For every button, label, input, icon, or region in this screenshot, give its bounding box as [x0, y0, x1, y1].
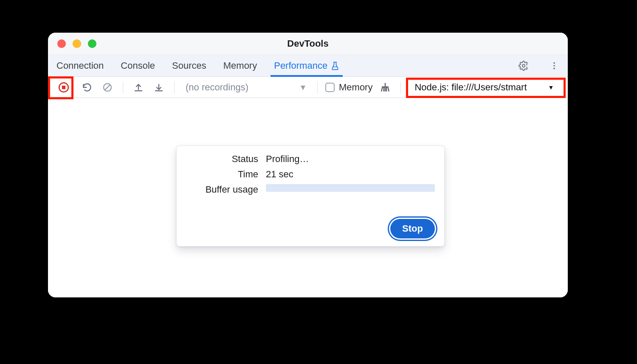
separator — [400, 81, 401, 93]
record-stop-icon — [58, 82, 69, 93]
settings-button[interactable] — [514, 55, 533, 76]
tab-label: Memory — [223, 60, 257, 71]
window-controls — [57, 33, 96, 55]
separator — [123, 81, 123, 93]
window-title: DevTools — [48, 38, 568, 49]
tab-memory[interactable]: Memory — [221, 55, 259, 76]
buffer-usage-bar — [266, 184, 435, 195]
svg-line-7 — [105, 84, 110, 90]
kebab-menu-button[interactable] — [545, 55, 564, 76]
tab-label: Performance — [274, 60, 327, 71]
titlebar: DevTools — [48, 33, 568, 55]
separator — [174, 81, 175, 93]
record-button[interactable] — [53, 77, 74, 98]
upload-icon — [133, 82, 144, 92]
clear-button[interactable] — [100, 80, 115, 95]
caret-down-icon: ▼ — [548, 84, 554, 91]
recordings-dropdown[interactable]: (no recordings) ▾ — [182, 82, 310, 93]
time-label: Time — [186, 169, 258, 180]
devtools-window: DevTools Connection Console Sources Memo… — [48, 33, 568, 297]
svg-point-0 — [522, 64, 525, 67]
svg-point-3 — [553, 68, 555, 70]
buffer-label: Buffer usage — [186, 184, 258, 195]
more-vertical-icon — [550, 61, 559, 70]
zoom-window-button[interactable] — [88, 39, 96, 48]
collect-garbage-button[interactable] — [378, 80, 393, 95]
memory-checkbox[interactable]: Memory — [325, 82, 372, 93]
buffer-usage-track — [266, 184, 435, 192]
memory-checkbox-label: Memory — [339, 82, 372, 93]
caret-down-icon: ▾ — [301, 82, 310, 93]
download-button[interactable] — [151, 80, 166, 95]
tab-performance[interactable]: Performance — [271, 55, 342, 76]
close-window-button[interactable] — [57, 39, 66, 48]
tab-sources[interactable]: Sources — [169, 55, 209, 76]
status-value: Profiling… — [266, 154, 435, 165]
no-sign-icon — [102, 82, 113, 92]
reload-icon — [82, 82, 92, 92]
gear-icon — [519, 61, 529, 71]
upload-button[interactable] — [131, 80, 146, 95]
stop-button[interactable]: Stop — [390, 219, 435, 238]
profiling-status-dialog: Status Profiling… Time 21 sec Buffer usa… — [176, 146, 445, 246]
tab-connection[interactable]: Connection — [54, 55, 106, 76]
target-select-label: Node.js: file:///Users/stmart — [414, 82, 527, 93]
recordings-label: (no recordings) — [186, 82, 248, 93]
svg-point-1 — [553, 62, 555, 64]
minimize-window-button[interactable] — [73, 39, 81, 48]
tab-console[interactable]: Console — [118, 55, 158, 76]
performance-toolbar: (no recordings) ▾ Memory — [48, 77, 568, 98]
tab-label: Sources — [172, 60, 206, 71]
separator — [317, 81, 318, 93]
tab-label: Console — [121, 60, 155, 71]
status-label: Status — [186, 154, 258, 165]
checkbox-icon — [325, 83, 335, 92]
svg-rect-5 — [62, 85, 65, 89]
tab-label: Connection — [56, 60, 104, 71]
panel-tabs: Connection Console Sources Memory Perfor… — [48, 55, 568, 77]
svg-point-2 — [553, 65, 555, 67]
download-icon — [154, 82, 164, 92]
reload-button[interactable] — [79, 80, 95, 95]
flask-icon — [331, 62, 339, 70]
broom-icon — [380, 82, 391, 93]
target-select[interactable]: Node.js: file:///Users/stmart ▼ — [409, 79, 560, 96]
panel-body: Status Profiling… Time 21 sec Buffer usa… — [48, 98, 568, 297]
time-value: 21 sec — [266, 169, 435, 180]
